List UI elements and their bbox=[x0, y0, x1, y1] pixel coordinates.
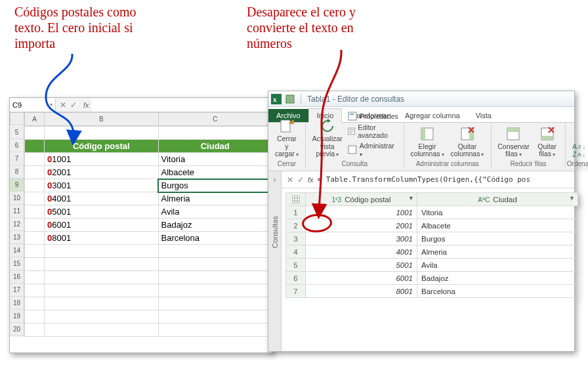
row-header[interactable]: 13 bbox=[10, 231, 24, 244]
row-header[interactable]: 20 bbox=[10, 323, 24, 336]
cell[interactable] bbox=[158, 284, 272, 297]
pq-cell-codigo[interactable]: 8001 bbox=[306, 285, 417, 298]
pq-row-number[interactable]: 4 bbox=[286, 245, 306, 259]
cell[interactable] bbox=[45, 284, 159, 297]
cell[interactable] bbox=[45, 258, 159, 271]
cell[interactable] bbox=[25, 324, 45, 337]
pq-cell-codigo[interactable]: 4001 bbox=[306, 245, 417, 259]
cell-ciudad[interactable]: Avila bbox=[158, 205, 272, 219]
arrow-left-blue bbox=[33, 53, 112, 144]
cell-ciudad[interactable]: Barcelona bbox=[158, 232, 272, 245]
cell[interactable] bbox=[158, 245, 272, 258]
cell-codigo[interactable]: 01001 bbox=[45, 153, 159, 166]
tab-vista[interactable]: Vista bbox=[468, 109, 499, 122]
cell[interactable] bbox=[25, 205, 45, 219]
cell-ciudad[interactable]: Vitoria bbox=[158, 153, 272, 166]
row-header[interactable]: 16 bbox=[10, 270, 24, 284]
tab-agregar-columna[interactable]: Agregar columna bbox=[397, 109, 468, 122]
cell[interactable] bbox=[25, 271, 45, 284]
cell-ciudad[interactable]: Badajoz bbox=[158, 219, 272, 232]
pq-fx-icon[interactable]: fx bbox=[308, 176, 314, 184]
cell-codigo[interactable]: 08001 bbox=[45, 232, 159, 245]
filter-dropdown-icon[interactable]: ▼ bbox=[569, 195, 575, 202]
cell[interactable] bbox=[25, 258, 45, 271]
select-all-corner[interactable] bbox=[10, 112, 24, 125]
cell[interactable] bbox=[158, 271, 272, 284]
pq-row-number[interactable]: 6 bbox=[286, 272, 306, 285]
pq-cell-ciudad[interactable]: Vitoria bbox=[417, 206, 578, 219]
cell[interactable] bbox=[158, 324, 272, 337]
cell[interactable] bbox=[25, 192, 45, 205]
row-header[interactable]: 12 bbox=[10, 218, 24, 231]
pq-row-number[interactable]: 3 bbox=[286, 232, 306, 245]
cell[interactable] bbox=[45, 271, 159, 284]
pq-row-number[interactable]: 1 bbox=[286, 206, 306, 219]
cell-ciudad[interactable]: Almeria bbox=[158, 192, 272, 205]
filter-dropdown-icon[interactable]: ▼ bbox=[408, 195, 414, 202]
col-header-C[interactable]: C bbox=[158, 113, 272, 126]
row-header[interactable]: 15 bbox=[10, 257, 24, 270]
row-header[interactable]: 17 bbox=[10, 284, 24, 297]
row-header[interactable]: 6 bbox=[10, 139, 24, 152]
cell[interactable] bbox=[45, 324, 159, 337]
cell[interactable] bbox=[25, 310, 45, 324]
pq-cell-ciudad[interactable]: Barcelona bbox=[417, 285, 578, 298]
cell[interactable] bbox=[25, 153, 45, 166]
pq-fx-cancel-icon[interactable]: ✕ bbox=[287, 175, 293, 184]
cell[interactable] bbox=[158, 127, 272, 140]
row-header[interactable]: 7 bbox=[10, 152, 24, 165]
cell-codigo[interactable]: 06001 bbox=[45, 219, 159, 232]
cell[interactable] bbox=[25, 284, 45, 297]
pq-table-corner[interactable] bbox=[286, 193, 306, 206]
pq-row-number[interactable]: 7 bbox=[286, 285, 306, 298]
cell-ciudad[interactable]: Albacete bbox=[158, 166, 272, 179]
pq-row-number[interactable]: 5 bbox=[286, 259, 306, 272]
row-header[interactable]: 19 bbox=[10, 310, 24, 323]
pq-cell-ciudad[interactable]: Burgos bbox=[417, 232, 578, 245]
cell[interactable] bbox=[45, 245, 159, 258]
row-header[interactable]: 14 bbox=[10, 244, 24, 257]
cell[interactable] bbox=[158, 258, 272, 271]
cell[interactable] bbox=[158, 310, 272, 324]
row-header[interactable]: 9 bbox=[10, 179, 24, 192]
cell[interactable] bbox=[25, 245, 45, 258]
row-header[interactable]: 10 bbox=[10, 192, 24, 205]
cell[interactable] bbox=[25, 179, 45, 192]
expand-queries-icon[interactable]: › bbox=[274, 175, 276, 183]
pq-cell-ciudad[interactable]: Badajoz bbox=[417, 272, 578, 285]
row-gutter: 567891011121314151617181920 bbox=[10, 126, 24, 337]
pq-cell-codigo[interactable]: 5001 bbox=[306, 259, 417, 272]
sort-asc-button[interactable]: AZ bbox=[572, 144, 585, 150]
sort-desc-button[interactable]: ZA bbox=[572, 152, 585, 158]
cell-codigo[interactable]: 03001 bbox=[45, 179, 159, 192]
cell-ciudad[interactable]: Burgos bbox=[158, 179, 272, 192]
pq-fx-accept-icon[interactable]: ✓ bbox=[297, 175, 304, 184]
cell[interactable] bbox=[25, 166, 45, 179]
cell-codigo[interactable]: 02001 bbox=[45, 166, 159, 179]
cell[interactable] bbox=[25, 232, 45, 245]
pq-cell-ciudad[interactable]: Avila bbox=[417, 259, 578, 272]
row-header[interactable]: 11 bbox=[10, 205, 24, 218]
svg-rect-15 bbox=[541, 136, 553, 140]
row-header[interactable]: 8 bbox=[10, 165, 24, 179]
svg-rect-9 bbox=[421, 128, 425, 140]
table-header-ciudad[interactable]: Ciudad bbox=[158, 140, 272, 153]
formula-input[interactable] bbox=[92, 98, 272, 112]
cell-codigo[interactable]: 04001 bbox=[45, 192, 159, 205]
group-admin-columnas: Administrar columnas bbox=[404, 160, 491, 167]
cell[interactable] bbox=[25, 297, 45, 310]
pq-col-ciudad[interactable]: AᴮC Ciudad ▼ bbox=[417, 193, 578, 206]
row-header[interactable]: 5 bbox=[10, 126, 24, 139]
pq-cell-ciudad[interactable]: Albacete bbox=[417, 219, 578, 232]
cell-codigo[interactable]: 05001 bbox=[45, 205, 159, 219]
pq-cell-ciudad[interactable]: Almeria bbox=[417, 245, 578, 259]
cell[interactable] bbox=[25, 219, 45, 232]
pq-cell-codigo[interactable]: 3001 bbox=[306, 232, 417, 245]
pq-cell-codigo[interactable]: 6001 bbox=[306, 272, 417, 285]
cell[interactable] bbox=[45, 297, 159, 310]
pq-queries-panel-collapsed[interactable]: › Consultas bbox=[268, 171, 282, 351]
cell[interactable] bbox=[45, 310, 159, 324]
group-reducir-filas: Reducir filas bbox=[492, 160, 565, 167]
cell[interactable] bbox=[158, 297, 272, 310]
row-header[interactable]: 18 bbox=[10, 297, 24, 310]
